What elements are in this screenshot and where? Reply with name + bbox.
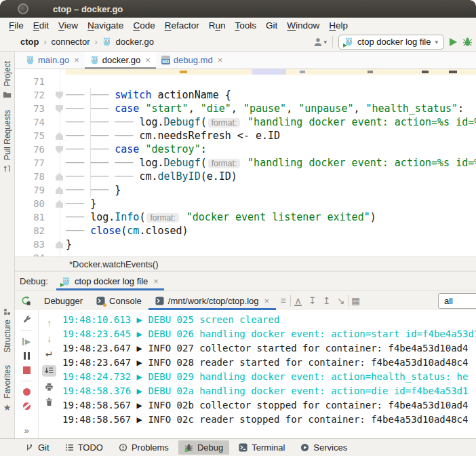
pause-button[interactable] bbox=[24, 352, 30, 360]
statusbar-services[interactable]: Services bbox=[294, 440, 353, 455]
log-level: INFO bbox=[148, 357, 176, 368]
close-icon[interactable]: × bbox=[264, 296, 269, 306]
resume-button[interactable]: ▶ bbox=[22, 338, 31, 345]
menu-git[interactable]: Git bbox=[261, 19, 282, 32]
breadcrumb-file[interactable]: docker.go bbox=[116, 37, 154, 47]
debug-panel-header: Debug: ctop docker log file × bbox=[15, 271, 476, 290]
toolwindow-favorites[interactable]: Favorites ★ bbox=[3, 365, 12, 413]
run-config-label: ctop docker log file bbox=[357, 37, 431, 47]
log-level-filter-select[interactable]: all bbox=[438, 293, 476, 309]
log-level: INFO bbox=[148, 400, 176, 411]
fold-marker-icon[interactable] bbox=[56, 200, 63, 208]
log-sequence: 029 bbox=[177, 371, 200, 382]
rerun-button[interactable] bbox=[21, 296, 31, 305]
debugger-actions-toolbar: ▶ » bbox=[16, 310, 37, 438]
close-icon[interactable]: × bbox=[153, 276, 159, 286]
debug-session-tab[interactable]: ctop docker log file × bbox=[56, 271, 164, 290]
editor-tab-main.go[interactable]: main.go× bbox=[20, 52, 85, 69]
menu-run[interactable]: Run bbox=[204, 19, 231, 32]
window-control-button[interactable] bbox=[18, 3, 28, 14]
up-arrow-icon[interactable]: ↑ bbox=[47, 318, 52, 328]
line-number: 84 bbox=[15, 251, 45, 256]
toolwindow-pull-requests[interactable]: Pull Requests bbox=[3, 110, 12, 173]
log-line: 19:48:24.732 ▶ DEBU 029 handling docker … bbox=[62, 370, 476, 384]
toolbar-divider bbox=[21, 330, 32, 331]
breadcrumb: ctop › connector › docker.go bbox=[0, 37, 154, 47]
fold-marker-icon[interactable] bbox=[56, 173, 63, 180]
statusbar-problems[interactable]: Problems bbox=[113, 440, 175, 455]
menu-edit[interactable]: Edit bbox=[28, 19, 54, 32]
tab-debugger[interactable]: Debugger bbox=[37, 291, 90, 310]
more-actions-icon[interactable]: » bbox=[24, 425, 28, 436]
scroll-to-end-button[interactable] bbox=[42, 365, 56, 377]
run-button[interactable] bbox=[450, 38, 457, 46]
menu-file[interactable]: File bbox=[4, 19, 28, 32]
trash-icon[interactable] bbox=[45, 398, 54, 406]
log-message: handling docker event: action=start id=f… bbox=[199, 328, 476, 339]
breadcrumb-project[interactable]: ctop bbox=[20, 37, 39, 47]
statusbar-git[interactable]: Git bbox=[19, 440, 56, 455]
print-icon[interactable] bbox=[45, 383, 54, 392]
statusbar-terminal[interactable]: Terminal bbox=[233, 440, 291, 455]
status-bar: GitTODOProblemsDebugTerminalServices bbox=[0, 438, 476, 456]
run-configuration-select[interactable]: ctop docker log file ▾ bbox=[338, 35, 444, 50]
breadcrumb-package[interactable]: connector bbox=[51, 37, 90, 47]
code-editor[interactable]: 7172─── ─── switch actionName {73─── ───… bbox=[15, 69, 476, 256]
code-line: 75─── ─── ─── cm.needsRefresh <- e.ID bbox=[15, 129, 476, 142]
down-arrow-icon[interactable]: ↓ bbox=[47, 334, 52, 343]
menu-tools[interactable]: Tools bbox=[230, 19, 261, 32]
tab-console[interactable]: Console bbox=[90, 291, 148, 310]
fold-marker-icon[interactable] bbox=[56, 132, 63, 140]
jump-to-top-icon[interactable]: ∧ bbox=[291, 295, 305, 306]
mute-breakpoints-icon[interactable] bbox=[23, 402, 31, 410]
statusbar-debug[interactable]: Debug bbox=[178, 440, 229, 455]
code-line: 76─── ─── case "destroy": bbox=[15, 142, 476, 156]
close-icon[interactable]: × bbox=[74, 55, 79, 65]
services-icon bbox=[300, 443, 309, 452]
fold-marker-icon[interactable] bbox=[56, 187, 63, 194]
menu-code[interactable]: Code bbox=[128, 19, 159, 32]
line-number: 73 bbox=[15, 102, 45, 115]
filter-value: all bbox=[444, 296, 453, 306]
wrench-settings-icon[interactable] bbox=[22, 315, 31, 324]
toolwindow-structure[interactable]: Structure bbox=[3, 308, 12, 353]
menu-help[interactable]: Help bbox=[324, 19, 353, 32]
log-console-body: ▶ » ↑ ↓ ↵ 19: bbox=[15, 310, 476, 438]
scroll-to-cursor-icon[interactable]: ↘ bbox=[334, 295, 348, 306]
soft-wrap-icon[interactable]: ↵ bbox=[45, 349, 54, 359]
tab-log-file[interactable]: /mnt/work/ctop/ctop.log× bbox=[148, 291, 276, 310]
user-account-button[interactable]: ▾ bbox=[313, 37, 328, 47]
console-icon bbox=[96, 297, 105, 305]
stop-button[interactable] bbox=[23, 366, 31, 374]
menu-refactor[interactable]: Refactor bbox=[160, 19, 204, 32]
editor-tab-debug.md[interactable]: MDdebug.md× bbox=[156, 52, 228, 69]
menu-window[interactable]: Window bbox=[282, 19, 324, 32]
view-breakpoints-icon[interactable] bbox=[23, 388, 31, 396]
fold-marker-icon[interactable] bbox=[56, 241, 63, 248]
close-icon[interactable]: × bbox=[218, 55, 223, 65]
editor-tab-docker.go[interactable]: docker.go× bbox=[85, 52, 156, 69]
fold-marker-icon[interactable] bbox=[56, 146, 63, 153]
fold-marker-icon[interactable] bbox=[56, 105, 63, 113]
data-grid-icon[interactable]: ▦ bbox=[349, 295, 363, 306]
scroll-down-icon[interactable]: ↧ bbox=[305, 295, 319, 306]
debug-run-button[interactable] bbox=[462, 37, 473, 47]
ide-window: ctop – docker.go FileEditViewNavigateCod… bbox=[0, 0, 476, 456]
project-label: Project bbox=[3, 61, 12, 86]
code-line: 73─── ─── case "start", "die", "pause", … bbox=[15, 102, 476, 115]
statusbar-todo[interactable]: TODO bbox=[59, 440, 109, 455]
log-timestamp: 19:48:24.732 bbox=[62, 371, 137, 382]
menu-navigate[interactable]: Navigate bbox=[83, 19, 128, 32]
close-icon[interactable]: × bbox=[145, 55, 151, 65]
menu-view[interactable]: View bbox=[54, 19, 83, 32]
scroll-up-icon[interactable]: ↥ bbox=[319, 295, 334, 306]
fold-marker-icon[interactable] bbox=[56, 92, 63, 99]
clipped-code-line bbox=[15, 69, 476, 75]
code-line: 78─── ─── ─── cm.delByID(e.ID) bbox=[15, 170, 476, 183]
hamburger-menu-icon[interactable]: ≡ bbox=[276, 295, 290, 306]
line-number: 80 bbox=[15, 197, 45, 210]
toolwindow-project[interactable]: Project bbox=[3, 61, 12, 99]
toolwindow-button-label: TODO bbox=[78, 442, 103, 453]
log-output[interactable]: 19:48:10.613 ▶ DEBU 025 screen cleared19… bbox=[62, 313, 476, 438]
log-line: 19:48:58.376 ▶ DEBU 02a handling docker … bbox=[62, 384, 476, 398]
